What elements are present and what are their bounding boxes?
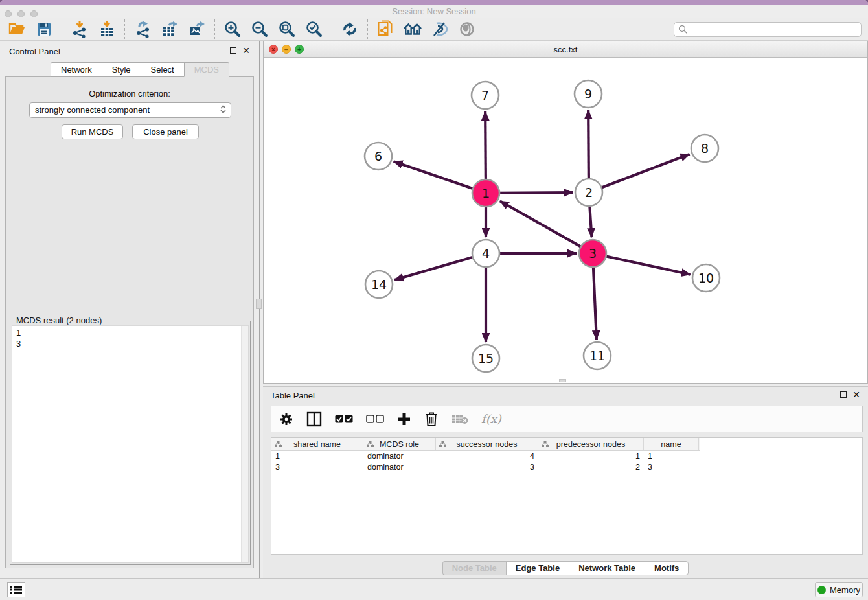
table-row[interactable]: 3dominator323 (271, 462, 862, 473)
deselect-all-checkbox-icon[interactable] (366, 415, 384, 424)
table-body[interactable]: 1dominator4113dominator323 (271, 451, 862, 473)
graph-node-14[interactable]: 14 (365, 271, 393, 298)
tab-mcds[interactable]: MCDS (184, 62, 229, 77)
criterion-select[interactable]: strongly connected component (29, 102, 231, 118)
graph-node-11[interactable]: 11 (584, 342, 611, 369)
svg-text:7: 7 (481, 88, 489, 102)
zoom-fit-icon[interactable] (278, 20, 296, 38)
tab-edge-table[interactable]: Edge Table (506, 561, 569, 575)
table-cell[interactable]: 3 (436, 462, 538, 473)
graph-node-15[interactable]: 15 (472, 345, 499, 372)
column-header-name[interactable]: name (644, 438, 699, 450)
graph-edge-3-1[interactable] (500, 201, 582, 247)
add-icon[interactable] (397, 412, 411, 426)
table-cell[interactable]: 3 (644, 462, 699, 473)
tab-select[interactable]: Select (141, 62, 184, 77)
table-cell[interactable]: 2 (538, 462, 644, 473)
settings-gear-icon[interactable] (279, 412, 293, 426)
mcds-result-textarea[interactable]: 13 (12, 325, 249, 563)
memory-label: Memory (830, 585, 860, 595)
export-network-icon[interactable] (133, 20, 152, 38)
graph-node-4[interactable]: 4 (472, 240, 499, 267)
save-session-icon[interactable] (35, 20, 53, 38)
tab-style[interactable]: Style (102, 62, 141, 77)
application-window: Session: New Session (0, 0, 868, 600)
column-layout-icon[interactable] (306, 411, 322, 427)
houses-icon[interactable] (404, 20, 422, 38)
table-cell[interactable]: 3 (271, 462, 363, 473)
table-header-row[interactable]: shared nameMCDS rolesuccessor nodesprede… (271, 438, 700, 451)
mcds-result-line: 1 (16, 327, 244, 338)
memory-button[interactable]: Memory (815, 582, 863, 597)
table-cell[interactable]: 1 (644, 451, 699, 462)
close-panel-button[interactable]: Close panel (132, 124, 199, 139)
svg-text:6: 6 (374, 149, 382, 163)
graph-edge-1-2[interactable] (498, 192, 573, 193)
column-header-predecessor-nodes[interactable]: predecessor nodes (538, 438, 644, 450)
table-cell[interactable]: 1 (538, 451, 644, 462)
graph-edge-4-14[interactable] (394, 257, 474, 280)
table-cell[interactable]: 1 (271, 451, 363, 462)
close-table-panel-icon[interactable]: ✕ (852, 391, 860, 398)
column-header-successor-nodes[interactable]: successor nodes (436, 438, 538, 450)
hide-selected-icon[interactable] (431, 20, 449, 38)
graph-edge-1-6[interactable] (394, 161, 474, 189)
tab-network[interactable]: Network (51, 62, 102, 77)
tab-motifs[interactable]: Motifs (645, 561, 689, 575)
select-all-checkbox-icon[interactable] (335, 415, 353, 424)
table-cell[interactable]: 4 (436, 451, 538, 462)
export-image-icon[interactable] (188, 20, 206, 38)
optimization-criterion-label: Optimization criterion: (6, 89, 253, 98)
node-table[interactable]: shared nameMCDS rolesuccessor nodesprede… (271, 437, 863, 555)
table-cell[interactable]: dominator (363, 451, 436, 462)
zoom-selected-icon[interactable] (305, 20, 323, 38)
graph-node-7[interactable]: 7 (472, 82, 499, 109)
graph-edge-3-11[interactable] (593, 266, 597, 340)
table-cell[interactable]: dominator (363, 462, 436, 473)
float-panel-icon[interactable] (230, 47, 236, 54)
import-table-icon[interactable] (98, 20, 116, 38)
float-table-panel-icon[interactable] (840, 391, 847, 398)
vertical-splitter[interactable] (259, 41, 260, 578)
export-table-icon[interactable] (161, 20, 179, 38)
splitter-handle[interactable] (256, 299, 262, 309)
import-network-icon[interactable] (71, 20, 89, 38)
graph-edge-1-7[interactable] (485, 111, 486, 181)
graph-node-9[interactable]: 9 (575, 80, 602, 108)
task-history-icon[interactable] (7, 582, 25, 597)
horizontal-splitter-handle[interactable] (559, 379, 566, 382)
zoom-in-icon[interactable] (223, 20, 242, 38)
graph-edge-2-8[interactable] (600, 154, 690, 188)
graph-node-1[interactable]: 1 (472, 179, 499, 207)
eye-icon[interactable] (458, 20, 476, 38)
new-network-from-selection-icon[interactable] (376, 20, 394, 38)
tab-network-table[interactable]: Network Table (569, 561, 645, 575)
close-panel-icon[interactable]: ✕ (242, 47, 250, 54)
title-bar[interactable]: Session: New Session (0, 5, 868, 18)
refresh-layout-icon[interactable] (341, 20, 359, 38)
column-header-MCDS-role[interactable]: MCDS role (363, 438, 436, 450)
graph-node-6[interactable]: 6 (365, 143, 392, 170)
tab-node-table[interactable]: Node Table (442, 561, 506, 575)
graph-node-10[interactable]: 10 (692, 264, 720, 292)
graph-node-2[interactable]: 2 (575, 179, 602, 206)
function-builder-icon[interactable]: f(x) (481, 412, 501, 426)
graph-edge-2-3[interactable] (589, 205, 591, 237)
graph-node-3[interactable]: 3 (579, 240, 606, 267)
network-graph-canvas[interactable]: 7968124314101511 (264, 58, 867, 383)
mcds-tab-content: Optimization criterion: strongly connect… (5, 76, 254, 568)
graph-edge-3-10[interactable] (605, 256, 691, 275)
mcds-result-title: MCDS result (2 nodes) (14, 316, 104, 325)
table-row[interactable]: 1dominator411 (271, 451, 862, 462)
graph-edge-2-9[interactable] (588, 110, 589, 180)
open-session-icon[interactable] (8, 20, 26, 38)
result-scrollbar[interactable] (241, 326, 248, 562)
delete-icon[interactable] (424, 411, 439, 427)
search-input[interactable] (674, 22, 862, 37)
graph-node-8[interactable]: 8 (691, 135, 718, 162)
zoom-out-icon[interactable] (251, 20, 269, 38)
run-mcds-button[interactable]: Run MCDS (62, 124, 123, 139)
network-window-titlebar[interactable]: × − + scc.txt (264, 41, 867, 58)
delete-column-icon[interactable] (451, 413, 468, 425)
column-header-shared-name[interactable]: shared name (271, 438, 363, 450)
